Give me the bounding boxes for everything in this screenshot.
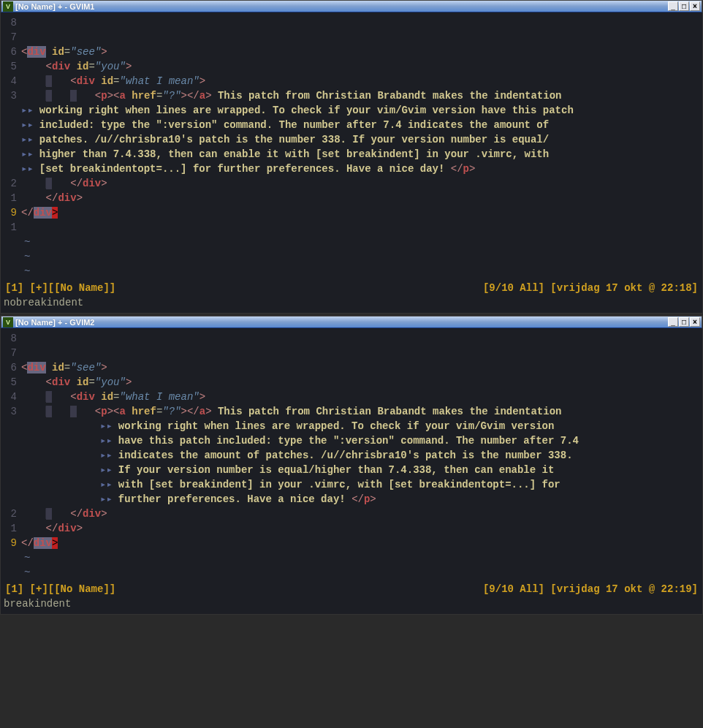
wrap-marker-icon: ▸▸ xyxy=(21,162,39,176)
editor-area[interactable]: 8 7 6<div id="see"> 5 <div id="you"> 4 █… xyxy=(1,328,702,581)
line-number: 2 xyxy=(1,507,21,521)
command-line[interactable]: nobreakindent xyxy=(1,295,702,313)
window-title: [No Name] + - GVIM1 xyxy=(15,2,667,11)
line-number: 3 xyxy=(1,88,21,103)
maximize-button[interactable]: □ xyxy=(679,1,689,11)
wrap-marker-icon: ▸▸ xyxy=(21,132,39,147)
wrap-marker-icon: ▸▸ xyxy=(100,419,118,433)
titlebar[interactable]: V [No Name] + - GVIM2 _ □ × xyxy=(1,316,702,328)
gvim-window-2: V [No Name] + - GVIM2 _ □ × 8 7 6<div id… xyxy=(0,316,703,615)
line-number: 1 xyxy=(1,220,21,235)
minimize-button[interactable]: _ xyxy=(668,317,678,327)
empty-line-tilde: ~ xyxy=(21,251,30,262)
line-number: 8 xyxy=(1,331,21,346)
editor-area[interactable]: 8 7 6<div id="see"> 5 <div id="you"> 4 █… xyxy=(1,12,702,280)
wrap-marker-icon: ▸▸ xyxy=(21,147,39,162)
line-number: 5 xyxy=(1,375,21,390)
wrap-marker-icon: ▸▸ xyxy=(100,477,118,492)
current-line-number: 9 xyxy=(1,536,21,550)
line-number: 7 xyxy=(1,30,21,45)
status-right: [9/10 All] [vrijdag 17 okt @ 22:18] xyxy=(483,282,698,294)
status-line: [1] [+][[No Name]] [9/10 All] [vrijdag 1… xyxy=(1,581,702,596)
empty-line-tilde: ~ xyxy=(21,236,30,248)
close-button[interactable]: × xyxy=(690,317,700,327)
wrap-marker-icon: ▸▸ xyxy=(21,118,39,132)
status-right: [9/10 All] [vrijdag 17 okt @ 22:19] xyxy=(483,583,698,595)
wrap-marker-icon: ▸▸ xyxy=(100,448,118,463)
close-button[interactable]: × xyxy=(690,1,700,11)
titlebar[interactable]: V [No Name] + - GVIM1 _ □ × xyxy=(1,0,702,12)
line-number: 1 xyxy=(1,191,21,205)
line-number: 6 xyxy=(1,45,21,59)
line-number: 7 xyxy=(1,346,21,360)
line-number: 3 xyxy=(1,404,21,419)
status-line: [1] [+][[No Name]] [9/10 All] [vrijdag 1… xyxy=(1,280,702,295)
cursor: > xyxy=(52,537,58,549)
wrap-marker-icon: ▸▸ xyxy=(100,433,118,448)
wrap-marker-icon: ▸▸ xyxy=(21,103,39,118)
minimize-button[interactable]: _ xyxy=(668,1,678,11)
wrap-marker-icon: ▸▸ xyxy=(100,492,118,507)
window-title: [No Name] + - GVIM2 xyxy=(15,318,667,327)
cursor: > xyxy=(52,207,58,219)
line-number: 2 xyxy=(1,176,21,191)
empty-line-tilde: ~ xyxy=(21,265,30,277)
gvim-window-1: V [No Name] + - GVIM1 _ □ × 8 7 6<div id… xyxy=(0,0,703,314)
line-number: 4 xyxy=(1,390,21,404)
current-line-number: 9 xyxy=(1,205,21,220)
command-line[interactable]: breakindent xyxy=(1,596,702,614)
status-left: [1] [+][[No Name]] xyxy=(5,583,115,595)
line-number: 4 xyxy=(1,74,21,88)
maximize-button[interactable]: □ xyxy=(679,317,689,327)
line-number: 6 xyxy=(1,360,21,375)
status-left: [1] [+][[No Name]] xyxy=(5,282,115,294)
wrap-marker-icon: ▸▸ xyxy=(100,463,118,477)
line-number: 5 xyxy=(1,59,21,74)
empty-line-tilde: ~ xyxy=(21,552,30,564)
line-number: 8 xyxy=(1,15,21,30)
line-number: 1 xyxy=(1,521,21,536)
vim-app-icon: V xyxy=(3,317,13,327)
empty-line-tilde: ~ xyxy=(21,566,30,578)
vim-app-icon: V xyxy=(3,1,13,12)
